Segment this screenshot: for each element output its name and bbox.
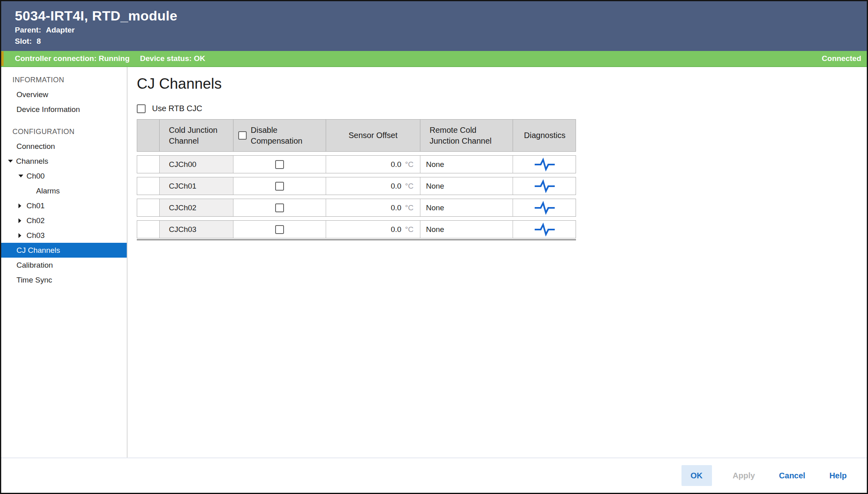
sensor-offset-cell[interactable]: 0.0°C <box>326 156 420 173</box>
chevron-right-icon[interactable] <box>18 218 26 223</box>
sidebar-item-label: Channels <box>16 157 48 166</box>
disable-compensation-checkbox[interactable] <box>275 203 284 212</box>
apply-button[interactable]: Apply <box>721 465 767 486</box>
sensor-offset-unit: °C <box>405 182 414 191</box>
disable-compensation-cell <box>233 177 326 195</box>
table-header-row: Cold Junction Channel Disable Compensati… <box>137 119 576 152</box>
channel-name-cell: CJCh03 <box>159 221 233 238</box>
remote-cj-channel-cell[interactable]: None <box>420 177 513 195</box>
sidebar-item-time-sync[interactable]: Time Sync <box>1 272 127 287</box>
use-rtb-cjc-checkbox[interactable] <box>137 104 146 113</box>
footer-button-bar: OK Apply Cancel Help <box>1 457 867 493</box>
chevron-right-icon[interactable] <box>18 233 26 238</box>
sidebar-item-label: Ch02 <box>26 216 45 225</box>
pulse-waveform-icon[interactable] <box>534 223 556 236</box>
col-header-remote-cold-junction-channel: Remote Cold Junction Channel <box>420 120 513 151</box>
sidebar-item-calibration[interactable]: Calibration <box>1 258 127 272</box>
sensor-offset-unit: °C <box>405 203 414 212</box>
sensor-offset-unit: °C <box>405 225 414 234</box>
channel-name-cell: CJCh02 <box>159 199 233 216</box>
table-row: CJCh01 0.0°C None <box>137 177 576 195</box>
diagnostics-cell[interactable] <box>513 156 576 173</box>
ok-button[interactable]: OK <box>681 465 712 486</box>
sidebar-item-channels[interactable]: Channels <box>1 154 127 169</box>
diagnostics-cell[interactable] <box>513 199 576 216</box>
sensor-offset-value: 0.0 <box>391 203 401 212</box>
body: INFORMATION Overview Device Information … <box>1 67 867 457</box>
table-row: CJCh03 0.0°C None <box>137 220 576 238</box>
sidebar-item-overview[interactable]: Overview <box>1 87 127 102</box>
remote-cj-channel-value: None <box>426 160 444 169</box>
row-selector-cell[interactable] <box>137 221 159 238</box>
remote-cj-channel-value: None <box>426 225 444 234</box>
col-header-sensor-offset: Sensor Offset <box>326 120 420 151</box>
device-status: Device status: OK <box>140 54 205 63</box>
sidebar-item-alarms[interactable]: Alarms <box>1 183 127 198</box>
status-bar: Controller connection: Running Device st… <box>1 51 867 67</box>
use-rtb-cjc-row: Use RTB CJC <box>137 104 867 113</box>
channel-name-cell: CJCh01 <box>159 177 233 195</box>
parent-label: Parent: <box>15 24 41 36</box>
help-button[interactable]: Help <box>817 465 859 486</box>
sidebar-item-ch01[interactable]: Ch01 <box>1 198 127 213</box>
chevron-down-icon[interactable] <box>18 175 26 177</box>
parent-row: Parent: Adapter <box>15 24 867 36</box>
slot-row: Slot: 8 <box>15 36 867 47</box>
titlebar: 5034-IRT4I, RTD_module Parent: Adapter S… <box>1 1 867 51</box>
sensor-offset-value: 0.0 <box>391 160 401 169</box>
module-properties-window: 5034-IRT4I, RTD_module Parent: Adapter S… <box>0 0 868 494</box>
pulse-waveform-icon[interactable] <box>534 179 556 193</box>
use-rtb-cjc-label: Use RTB CJC <box>152 104 202 113</box>
remote-cj-channel-cell[interactable]: None <box>420 156 513 173</box>
sidebar-item-ch03[interactable]: Ch03 <box>1 228 127 243</box>
channel-name-cell: CJCh00 <box>159 156 233 173</box>
sidebar-item-label: Ch00 <box>26 172 45 181</box>
diagnostics-cell[interactable] <box>513 221 576 238</box>
controller-connection-status: Controller connection: Running <box>15 54 130 63</box>
sensor-offset-unit: °C <box>405 160 414 169</box>
remote-cj-channel-cell[interactable]: None <box>420 199 513 216</box>
slot-value: 8 <box>37 36 41 47</box>
table-row: CJCh02 0.0°C None <box>137 199 576 217</box>
col-header-disable-compensation: Disable Compensation <box>233 120 326 151</box>
disable-compensation-checkbox[interactable] <box>275 160 284 169</box>
cj-channels-table: Cold Junction Channel Disable Compensati… <box>137 119 576 240</box>
col-header-diagnostics: Diagnostics <box>513 120 576 151</box>
main-content: CJ Channels Use RTB CJC Cold Junction Ch… <box>128 67 867 457</box>
sidebar-item-ch02[interactable]: Ch02 <box>1 213 127 228</box>
disable-compensation-cell <box>233 199 326 216</box>
status-left-group: Controller connection: Running Device st… <box>15 54 205 63</box>
sidebar-item-connection[interactable]: Connection <box>1 139 127 154</box>
sidebar-section-information: INFORMATION <box>1 73 127 87</box>
row-selector-cell[interactable] <box>137 199 159 216</box>
table-bottom-rule <box>137 239 576 240</box>
chevron-down-icon[interactable] <box>8 160 16 163</box>
disable-compensation-checkbox[interactable] <box>275 225 284 234</box>
row-selector-cell[interactable] <box>137 177 159 195</box>
chevron-right-icon[interactable] <box>18 203 26 208</box>
sensor-offset-cell[interactable]: 0.0°C <box>326 199 420 216</box>
disable-compensation-checkbox[interactable] <box>275 182 284 191</box>
parent-value: Adapter <box>46 24 75 36</box>
remote-cj-channel-cell[interactable]: None <box>420 221 513 238</box>
row-selector-cell[interactable] <box>137 156 159 173</box>
sensor-offset-cell[interactable]: 0.0°C <box>326 221 420 238</box>
connection-state-badge: Connected <box>822 54 867 63</box>
sidebar-item-label: Ch03 <box>26 231 45 240</box>
col-header-cold-junction-channel: Cold Junction Channel <box>159 120 233 151</box>
disable-all-checkbox[interactable] <box>238 131 247 140</box>
row-selector-header-cell <box>137 120 159 151</box>
disable-compensation-cell <box>233 221 326 238</box>
sensor-offset-value: 0.0 <box>391 182 401 191</box>
disable-compensation-cell <box>233 156 326 173</box>
module-title: 5034-IRT4I, RTD_module <box>15 7 867 24</box>
sidebar-item-device-information[interactable]: Device Information <box>1 102 127 117</box>
cancel-button[interactable]: Cancel <box>767 465 817 486</box>
sidebar-item-ch00[interactable]: Ch00 <box>1 169 127 183</box>
diagnostics-cell[interactable] <box>513 177 576 195</box>
sidebar-item-cj-channels[interactable]: CJ Channels <box>1 243 127 258</box>
remote-cj-channel-value: None <box>426 203 444 212</box>
pulse-waveform-icon[interactable] <box>534 201 556 215</box>
pulse-waveform-icon[interactable] <box>534 158 556 171</box>
sensor-offset-cell[interactable]: 0.0°C <box>326 177 420 195</box>
